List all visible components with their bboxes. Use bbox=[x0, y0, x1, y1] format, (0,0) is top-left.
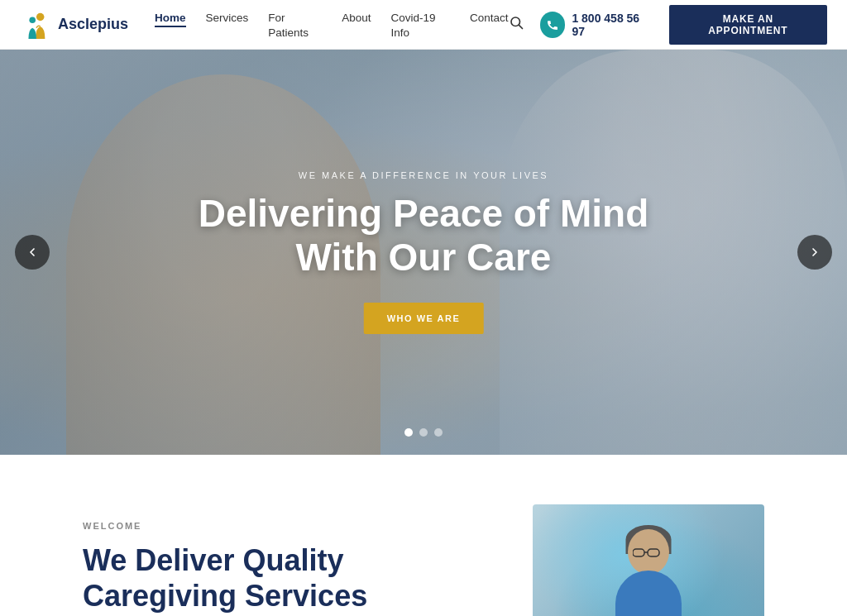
hero-title: Delivering Peace of Mind With Our Care bbox=[199, 192, 648, 279]
hero-title-line2: With Our Care bbox=[296, 236, 552, 279]
hero-section: We make a difference in your lives Deliv… bbox=[0, 50, 847, 455]
phone-handset-icon bbox=[546, 18, 559, 31]
nav-item-contact[interactable]: Contact bbox=[470, 12, 509, 24]
hero-cta-button[interactable]: Who We Are bbox=[364, 303, 484, 334]
navbar: Asclepius Home Services For Patients Abo… bbox=[0, 0, 847, 50]
hero-dot-3[interactable] bbox=[434, 428, 443, 437]
hero-dot-2[interactable] bbox=[419, 428, 428, 437]
navbar-left: Asclepius Home Services For Patients Abo… bbox=[20, 9, 509, 41]
welcome-section: Welcome We Deliver Quality Caregiving Se… bbox=[0, 455, 847, 616]
phone-area: 1 800 458 56 97 bbox=[540, 12, 653, 38]
heading-line1: We Deliver Quality bbox=[83, 543, 343, 577]
nav-item-about[interactable]: About bbox=[342, 12, 371, 24]
welcome-label: Welcome bbox=[83, 521, 467, 531]
search-icon bbox=[509, 15, 524, 30]
navbar-right: 1 800 458 56 97 Make An Appointment bbox=[509, 5, 827, 45]
brand-name: Asclepius bbox=[58, 16, 128, 33]
hero-content: We make a difference in your lives Deliv… bbox=[199, 170, 648, 334]
hero-dots bbox=[404, 428, 443, 437]
heading-line2: Caregiving Services bbox=[83, 579, 367, 613]
hero-prev-button[interactable] bbox=[15, 235, 50, 270]
svg-rect-4 bbox=[633, 549, 644, 556]
logo-link[interactable]: Asclepius bbox=[20, 9, 128, 41]
welcome-text: Welcome We Deliver Quality Caregiving Se… bbox=[83, 504, 467, 614]
image-placeholder bbox=[533, 504, 764, 616]
hero-title-line1: Delivering Peace of Mind bbox=[199, 192, 648, 235]
search-button[interactable] bbox=[509, 15, 524, 34]
arrow-right-icon bbox=[808, 246, 821, 259]
svg-rect-5 bbox=[648, 549, 659, 556]
appointment-button[interactable]: Make An Appointment bbox=[669, 5, 827, 45]
nav-item-home[interactable]: Home bbox=[155, 12, 186, 27]
phone-icon bbox=[540, 12, 566, 38]
hero-next-button[interactable] bbox=[797, 235, 832, 270]
welcome-image bbox=[533, 504, 764, 616]
svg-point-1 bbox=[29, 17, 36, 23]
glasses-icon bbox=[633, 547, 664, 559]
figure-body bbox=[615, 571, 682, 616]
nav-item-for-patients[interactable]: For Patients bbox=[268, 12, 309, 39]
nav-item-services[interactable]: Services bbox=[206, 12, 249, 24]
content-heading: We Deliver Quality Caregiving Services bbox=[83, 542, 467, 614]
phone-number: 1 800 458 56 97 bbox=[572, 12, 652, 38]
hero-dot-1[interactable] bbox=[404, 428, 413, 437]
nav-item-covid[interactable]: Covid-19 Info bbox=[391, 12, 436, 39]
svg-line-3 bbox=[519, 25, 522, 28]
svg-point-0 bbox=[36, 12, 45, 21]
arrow-left-icon bbox=[26, 246, 39, 259]
person-figure bbox=[599, 529, 698, 616]
hero-subtitle: We make a difference in your lives bbox=[199, 170, 648, 180]
figure-head bbox=[628, 529, 669, 575]
nav-links: Home Services For Patients About Covid-1… bbox=[155, 10, 509, 40]
logo-icon bbox=[20, 9, 51, 41]
